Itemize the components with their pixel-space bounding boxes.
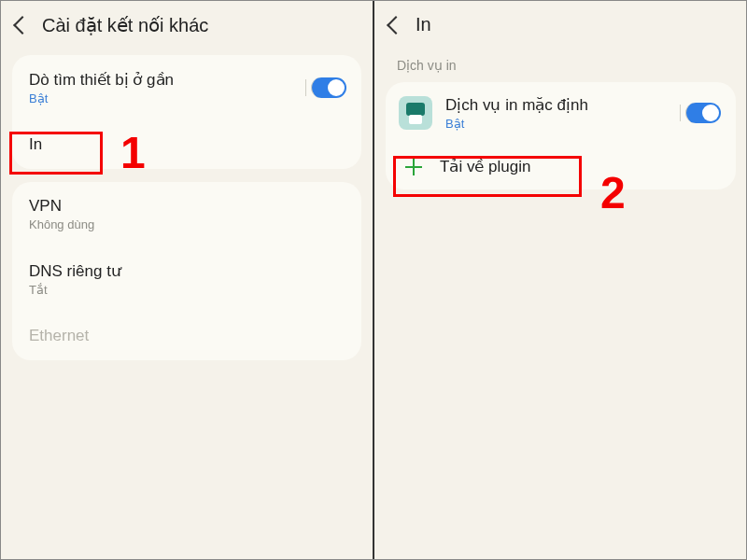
printing-row[interactable]: In: [12, 120, 361, 169]
vpn-status: Không dùng: [29, 217, 345, 231]
dns-row[interactable]: DNS riêng tư Tắt: [12, 246, 361, 312]
printing-settings-pane: In Dịch vụ in Dịch vụ in mặc định Bật Tả…: [374, 1, 747, 559]
ethernet-label: Ethernet: [29, 327, 345, 345]
dns-label: DNS riêng tư: [29, 261, 345, 281]
section-label: Dịch vụ in: [374, 54, 747, 82]
default-print-service-row[interactable]: Dịch vụ in mặc định Bật: [386, 82, 736, 144]
printer-icon: [399, 96, 432, 130]
nearby-devices-toggle[interactable]: [311, 77, 346, 98]
card-group-2: VPN Không dùng DNS riêng tư Tắt Ethernet: [12, 182, 361, 360]
header: Cài đặt kết nối khác: [1, 1, 373, 55]
toggle-knob: [328, 79, 345, 96]
download-plugin-label: Tải về plugin: [440, 157, 530, 176]
nearby-devices-label: Dò tìm thiết bị ở gần: [29, 70, 345, 90]
page-title: In: [416, 14, 431, 35]
nearby-devices-status: Bật: [29, 91, 345, 105]
print-services-card: Dịch vụ in mặc định Bật Tải về plugin: [386, 82, 736, 189]
default-service-label: Dịch vụ in mặc định: [445, 95, 588, 115]
back-icon[interactable]: [387, 16, 405, 35]
plus-icon: [404, 158, 423, 176]
ethernet-row: Ethernet: [12, 312, 361, 360]
header: In: [374, 1, 747, 54]
card-group-1: Dò tìm thiết bị ở gần Bật In: [12, 55, 361, 169]
vpn-label: VPN: [29, 197, 345, 216]
default-service-toggle[interactable]: [685, 103, 721, 123]
service-text: Dịch vụ in mặc định Bật: [445, 95, 588, 131]
settings-more-connections-pane: Cài đặt kết nối khác Dò tìm thiết bị ở g…: [1, 1, 373, 559]
vpn-row[interactable]: VPN Không dùng: [12, 182, 361, 246]
toggle-knob: [702, 105, 719, 121]
printing-label: In: [29, 135, 345, 154]
dns-status: Tắt: [29, 283, 345, 297]
page-title: Cài đặt kết nối khác: [42, 14, 208, 36]
default-service-status: Bật: [445, 117, 588, 131]
download-plugin-row[interactable]: Tải về plugin: [386, 144, 736, 189]
back-icon[interactable]: [13, 16, 32, 35]
nearby-devices-row[interactable]: Dò tìm thiết bị ở gần Bật: [12, 55, 361, 120]
